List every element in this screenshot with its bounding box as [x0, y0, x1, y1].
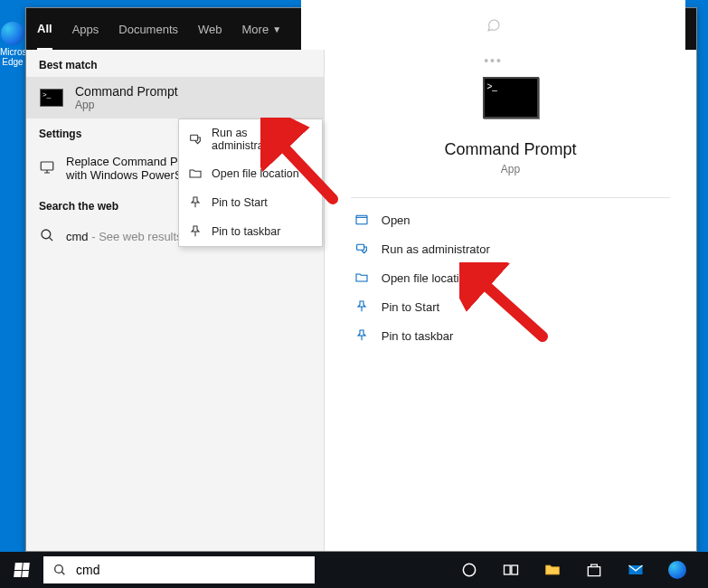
taskbar-store[interactable]: [576, 552, 612, 588]
edge-icon: [668, 561, 686, 579]
start-search-panel: All Apps Documents Web More ▼ ••• Best m…: [25, 7, 697, 552]
tab-web[interactable]: Web: [198, 8, 222, 50]
svg-rect-8: [512, 565, 518, 574]
taskview-icon: [502, 561, 520, 579]
svg-rect-2: [191, 135, 198, 140]
best-match-header: Best match: [26, 50, 324, 77]
svg-rect-3: [356, 215, 367, 223]
results-column: Best match Command Prompt App Settings R…: [26, 50, 325, 551]
web-hint-text: - See web results: [91, 230, 182, 243]
action-label: Open file location: [382, 271, 472, 285]
tab-documents[interactable]: Documents: [118, 8, 178, 50]
search-scope-tabbar: All Apps Documents Web More ▼ •••: [26, 8, 696, 50]
taskbar-mail[interactable]: [618, 552, 654, 588]
pin-icon: [188, 224, 203, 239]
result-subtitle: App: [75, 99, 178, 111]
taskbar-edge[interactable]: [659, 552, 695, 588]
tab-more-label: More: [242, 23, 269, 36]
taskbar-pinned-apps: [451, 552, 708, 588]
pin-icon: [354, 328, 369, 343]
folder-icon: [188, 166, 203, 181]
preview-title: Command Prompt: [444, 140, 576, 159]
taskbar-cortana[interactable]: [451, 552, 487, 588]
shield-admin-icon: [354, 242, 369, 256]
svg-point-1: [42, 230, 51, 239]
desktop-icon-edge[interactable]: Microsoft Edge: [0, 22, 25, 67]
ctx-pin-to-taskbar[interactable]: Pin to taskbar: [179, 217, 322, 246]
action-open[interactable]: Open: [351, 205, 670, 234]
search-input[interactable]: [76, 563, 306, 577]
preview-actions: Open Run as administrator Open file loca…: [351, 205, 670, 350]
command-prompt-icon: [40, 89, 63, 107]
edge-icon: [1, 22, 24, 45]
action-run-as-admin[interactable]: Run as administrator: [351, 234, 670, 263]
ctx-open-file-location[interactable]: Open file location: [179, 159, 322, 188]
preview-column: Command Prompt App Open Run as administr…: [325, 50, 696, 551]
preview-subtitle: App: [501, 163, 520, 175]
action-label: Pin to Start: [382, 300, 439, 314]
chevron-down-icon: ▼: [272, 24, 281, 34]
tab-apps[interactable]: Apps: [72, 8, 99, 50]
action-pin-to-start[interactable]: Pin to Start: [351, 292, 670, 321]
folder-icon: [543, 561, 562, 579]
action-open-file-location[interactable]: Open file location: [351, 263, 670, 292]
taskbar: [0, 552, 708, 588]
svg-rect-7: [505, 565, 511, 574]
options-icon[interactable]: •••: [484, 53, 503, 68]
shield-admin-icon: [188, 132, 203, 147]
circle-icon: [460, 561, 478, 579]
ctx-label: Pin to Start: [212, 196, 268, 209]
search-icon: [52, 563, 67, 577]
svg-rect-4: [356, 244, 363, 250]
svg-point-5: [55, 565, 63, 574]
taskbar-file-explorer[interactable]: [534, 552, 571, 588]
action-pin-to-taskbar[interactable]: Pin to taskbar: [351, 321, 670, 350]
svg-point-6: [463, 564, 475, 575]
result-command-prompt[interactable]: Command Prompt App: [26, 77, 324, 119]
ctx-label: Open file location: [212, 167, 299, 180]
web-query-text: cmd: [66, 230, 89, 243]
store-icon: [585, 561, 603, 579]
tab-more[interactable]: More ▼: [242, 8, 282, 50]
action-label: Open: [382, 213, 411, 227]
pin-icon: [354, 299, 369, 314]
svg-rect-0: [41, 162, 53, 170]
feedback-icon[interactable]: [486, 18, 501, 35]
search-icon: [39, 227, 55, 246]
context-menu: Run as administrator Open file location …: [178, 119, 323, 247]
action-label: Run as administrator: [382, 242, 490, 256]
ctx-label: Run as administrator: [212, 127, 313, 152]
ctx-pin-to-start[interactable]: Pin to Start: [179, 188, 322, 217]
ctx-run-as-admin[interactable]: Run as administrator: [179, 119, 322, 159]
mail-icon: [627, 561, 645, 579]
divider: [351, 197, 670, 198]
open-icon: [354, 213, 369, 227]
preview-app-icon: [483, 77, 539, 119]
taskbar-taskview[interactable]: [493, 552, 529, 588]
windows-logo-icon: [14, 563, 30, 577]
tab-all[interactable]: All: [37, 8, 52, 50]
ctx-label: Pin to taskbar: [212, 225, 280, 238]
action-label: Pin to taskbar: [382, 329, 454, 343]
folder-icon: [354, 270, 369, 285]
start-button[interactable]: [0, 552, 43, 588]
monitor-icon: [39, 159, 55, 178]
result-title: Command Prompt: [75, 84, 178, 99]
taskbar-search-box[interactable]: [43, 556, 315, 583]
desktop-icon-label: Microsoft Edge: [0, 47, 25, 67]
pin-icon: [188, 195, 203, 210]
